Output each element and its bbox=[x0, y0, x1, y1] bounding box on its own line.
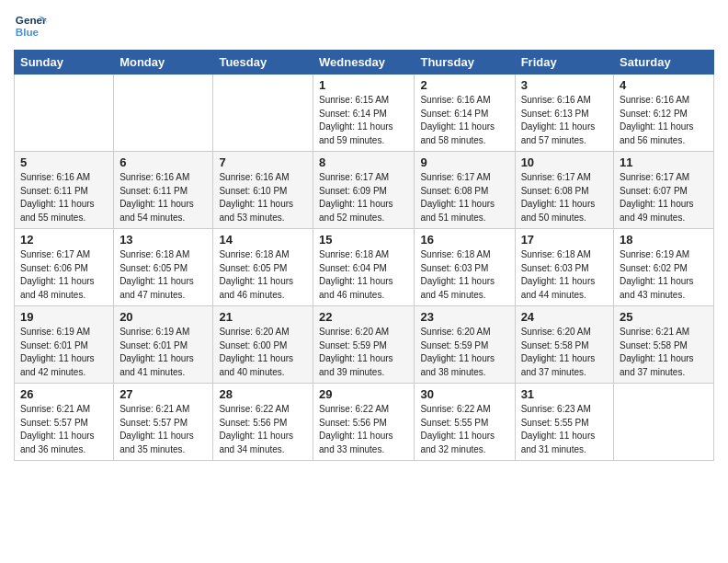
day-number: 3 bbox=[521, 78, 608, 92]
day-number: 27 bbox=[119, 387, 207, 401]
day-number: 6 bbox=[119, 155, 207, 169]
day-info: Sunrise: 6:17 AM Sunset: 6:09 PM Dayligh… bbox=[319, 171, 408, 224]
day-info: Sunrise: 6:20 AM Sunset: 6:00 PM Dayligh… bbox=[219, 326, 307, 379]
day-info: Sunrise: 6:21 AM Sunset: 5:57 PM Dayligh… bbox=[119, 403, 207, 456]
calendar-cell: 31Sunrise: 6:23 AM Sunset: 5:55 PM Dayli… bbox=[515, 384, 613, 461]
day-info: Sunrise: 6:20 AM Sunset: 5:59 PM Dayligh… bbox=[420, 326, 508, 379]
day-info: Sunrise: 6:21 AM Sunset: 5:57 PM Dayligh… bbox=[20, 403, 108, 456]
calendar-cell: 8Sunrise: 6:17 AM Sunset: 6:09 PM Daylig… bbox=[313, 152, 415, 229]
calendar-table: SundayMondayTuesdayWednesdayThursdayFrid… bbox=[14, 50, 714, 461]
calendar-week-row: 5Sunrise: 6:16 AM Sunset: 6:11 PM Daylig… bbox=[15, 152, 714, 229]
day-info: Sunrise: 6:18 AM Sunset: 6:04 PM Dayligh… bbox=[319, 248, 408, 302]
day-number: 24 bbox=[521, 310, 608, 324]
day-info: Sunrise: 6:16 AM Sunset: 6:10 PM Dayligh… bbox=[219, 171, 307, 224]
day-info: Sunrise: 6:18 AM Sunset: 6:05 PM Dayligh… bbox=[119, 248, 207, 302]
day-info: Sunrise: 6:21 AM Sunset: 5:58 PM Dayligh… bbox=[620, 326, 708, 379]
day-number: 23 bbox=[420, 310, 508, 324]
day-number: 5 bbox=[20, 155, 108, 169]
day-info: Sunrise: 6:23 AM Sunset: 5:55 PM Dayligh… bbox=[521, 403, 608, 456]
day-info: Sunrise: 6:17 AM Sunset: 6:06 PM Dayligh… bbox=[20, 248, 108, 302]
calendar-cell: 19Sunrise: 6:19 AM Sunset: 6:01 PM Dayli… bbox=[15, 306, 114, 384]
calendar-cell: 1Sunrise: 6:15 AM Sunset: 6:14 PM Daylig… bbox=[313, 75, 415, 152]
calendar-cell bbox=[614, 384, 714, 461]
day-info: Sunrise: 6:18 AM Sunset: 6:03 PM Dayligh… bbox=[420, 248, 508, 302]
calendar-week-row: 26Sunrise: 6:21 AM Sunset: 5:57 PM Dayli… bbox=[15, 384, 714, 461]
day-info: Sunrise: 6:20 AM Sunset: 5:58 PM Dayligh… bbox=[521, 326, 608, 379]
calendar-cell bbox=[15, 75, 114, 152]
day-info: Sunrise: 6:15 AM Sunset: 6:14 PM Dayligh… bbox=[319, 94, 408, 147]
day-number: 18 bbox=[620, 233, 708, 247]
calendar-cell: 4Sunrise: 6:16 AM Sunset: 6:12 PM Daylig… bbox=[614, 75, 714, 152]
day-number: 22 bbox=[319, 310, 408, 324]
calendar-cell: 9Sunrise: 6:17 AM Sunset: 6:08 PM Daylig… bbox=[415, 152, 515, 229]
calendar-cell: 7Sunrise: 6:16 AM Sunset: 6:10 PM Daylig… bbox=[213, 152, 313, 229]
day-number: 9 bbox=[420, 155, 508, 169]
calendar-cell: 2Sunrise: 6:16 AM Sunset: 6:14 PM Daylig… bbox=[415, 75, 515, 152]
calendar-cell: 11Sunrise: 6:17 AM Sunset: 6:07 PM Dayli… bbox=[614, 152, 714, 229]
day-number: 8 bbox=[319, 155, 408, 169]
day-number: 20 bbox=[119, 310, 207, 324]
day-info: Sunrise: 6:22 AM Sunset: 5:56 PM Dayligh… bbox=[319, 403, 408, 456]
calendar-cell: 22Sunrise: 6:20 AM Sunset: 5:59 PM Dayli… bbox=[313, 306, 415, 384]
calendar-cell: 29Sunrise: 6:22 AM Sunset: 5:56 PM Dayli… bbox=[313, 384, 415, 461]
calendar-cell: 24Sunrise: 6:20 AM Sunset: 5:58 PM Dayli… bbox=[515, 306, 613, 384]
calendar-cell: 16Sunrise: 6:18 AM Sunset: 6:03 PM Dayli… bbox=[415, 229, 515, 306]
day-number: 29 bbox=[319, 387, 408, 401]
day-number: 26 bbox=[20, 387, 108, 401]
calendar-cell: 27Sunrise: 6:21 AM Sunset: 5:57 PM Dayli… bbox=[114, 384, 213, 461]
calendar-cell: 12Sunrise: 6:17 AM Sunset: 6:06 PM Dayli… bbox=[15, 229, 114, 306]
weekday-header: Friday bbox=[515, 51, 613, 75]
calendar-cell bbox=[213, 75, 313, 152]
day-number: 2 bbox=[420, 78, 508, 92]
day-number: 10 bbox=[521, 155, 608, 169]
day-number: 25 bbox=[620, 310, 708, 324]
svg-text:General: General bbox=[16, 14, 47, 26]
calendar-cell: 20Sunrise: 6:19 AM Sunset: 6:01 PM Dayli… bbox=[114, 306, 213, 384]
logo: General Blue bbox=[14, 9, 51, 42]
weekday-header: Saturday bbox=[614, 51, 714, 75]
day-info: Sunrise: 6:16 AM Sunset: 6:11 PM Dayligh… bbox=[20, 171, 108, 224]
header: General Blue bbox=[14, 9, 714, 42]
weekday-header: Monday bbox=[114, 51, 213, 75]
calendar-cell: 30Sunrise: 6:22 AM Sunset: 5:55 PM Dayli… bbox=[415, 384, 515, 461]
day-info: Sunrise: 6:17 AM Sunset: 6:07 PM Dayligh… bbox=[620, 171, 708, 224]
calendar-cell: 5Sunrise: 6:16 AM Sunset: 6:11 PM Daylig… bbox=[15, 152, 114, 229]
calendar-cell: 3Sunrise: 6:16 AM Sunset: 6:13 PM Daylig… bbox=[515, 75, 613, 152]
day-info: Sunrise: 6:19 AM Sunset: 6:01 PM Dayligh… bbox=[119, 326, 207, 379]
calendar-cell: 18Sunrise: 6:19 AM Sunset: 6:02 PM Dayli… bbox=[614, 229, 714, 306]
day-info: Sunrise: 6:17 AM Sunset: 6:08 PM Dayligh… bbox=[521, 171, 608, 224]
calendar-cell: 28Sunrise: 6:22 AM Sunset: 5:56 PM Dayli… bbox=[213, 384, 313, 461]
day-info: Sunrise: 6:18 AM Sunset: 6:05 PM Dayligh… bbox=[219, 248, 307, 302]
day-number: 17 bbox=[521, 233, 608, 247]
calendar-cell: 15Sunrise: 6:18 AM Sunset: 6:04 PM Dayli… bbox=[313, 229, 415, 306]
day-info: Sunrise: 6:19 AM Sunset: 6:01 PM Dayligh… bbox=[20, 326, 108, 379]
weekday-header: Thursday bbox=[415, 51, 515, 75]
calendar-cell bbox=[114, 75, 213, 152]
day-number: 16 bbox=[420, 233, 508, 247]
svg-text:Blue: Blue bbox=[16, 26, 40, 38]
weekday-header: Wednesday bbox=[313, 51, 415, 75]
day-info: Sunrise: 6:16 AM Sunset: 6:11 PM Dayligh… bbox=[119, 171, 207, 224]
calendar-week-row: 19Sunrise: 6:19 AM Sunset: 6:01 PM Dayli… bbox=[15, 306, 714, 384]
day-number: 21 bbox=[219, 310, 307, 324]
day-number: 4 bbox=[620, 78, 708, 92]
day-info: Sunrise: 6:22 AM Sunset: 5:55 PM Dayligh… bbox=[420, 403, 508, 456]
day-number: 15 bbox=[319, 233, 408, 247]
day-number: 11 bbox=[620, 155, 708, 169]
calendar-cell: 25Sunrise: 6:21 AM Sunset: 5:58 PM Dayli… bbox=[614, 306, 714, 384]
day-info: Sunrise: 6:20 AM Sunset: 5:59 PM Dayligh… bbox=[319, 326, 408, 379]
day-info: Sunrise: 6:16 AM Sunset: 6:13 PM Dayligh… bbox=[521, 94, 608, 147]
day-info: Sunrise: 6:16 AM Sunset: 6:12 PM Dayligh… bbox=[620, 94, 708, 147]
day-number: 30 bbox=[420, 387, 508, 401]
calendar-week-row: 1Sunrise: 6:15 AM Sunset: 6:14 PM Daylig… bbox=[15, 75, 714, 152]
day-info: Sunrise: 6:16 AM Sunset: 6:14 PM Dayligh… bbox=[420, 94, 508, 147]
calendar-cell: 14Sunrise: 6:18 AM Sunset: 6:05 PM Dayli… bbox=[213, 229, 313, 306]
day-info: Sunrise: 6:19 AM Sunset: 6:02 PM Dayligh… bbox=[620, 248, 708, 302]
day-info: Sunrise: 6:22 AM Sunset: 5:56 PM Dayligh… bbox=[219, 403, 307, 456]
weekday-header-row: SundayMondayTuesdayWednesdayThursdayFrid… bbox=[15, 51, 714, 75]
day-info: Sunrise: 6:17 AM Sunset: 6:08 PM Dayligh… bbox=[420, 171, 508, 224]
calendar-cell: 6Sunrise: 6:16 AM Sunset: 6:11 PM Daylig… bbox=[114, 152, 213, 229]
day-number: 28 bbox=[219, 387, 307, 401]
calendar-cell: 23Sunrise: 6:20 AM Sunset: 5:59 PM Dayli… bbox=[415, 306, 515, 384]
day-number: 12 bbox=[20, 233, 108, 247]
